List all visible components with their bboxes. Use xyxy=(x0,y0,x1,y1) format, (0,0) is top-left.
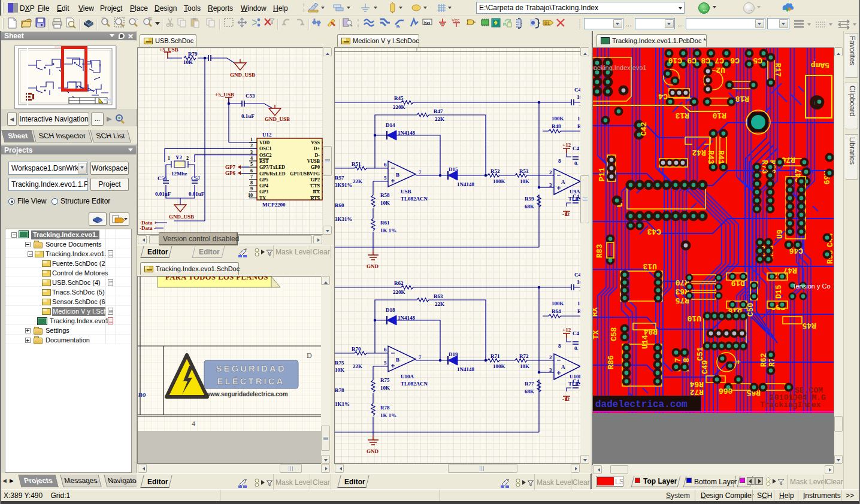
svg-text:8: 8 xyxy=(558,343,561,349)
svg-text:D19: D19 xyxy=(449,351,458,357)
svg-text:dadelectrica.com: dadelectrica.com xyxy=(595,399,688,410)
svg-text:R63: R63 xyxy=(434,293,443,299)
svg-text:-Data -: -Data - xyxy=(140,225,156,231)
svg-text:D15: D15 xyxy=(774,284,783,299)
svg-text:R17: R17 xyxy=(773,63,782,77)
svg-text:5: 5 xyxy=(384,360,387,366)
svg-text:Y2: Y2 xyxy=(175,154,182,160)
svg-text:R78: R78 xyxy=(335,387,344,393)
svg-text:R43: R43 xyxy=(706,150,715,165)
svg-text:1K 1%: 1K 1% xyxy=(380,227,396,233)
svg-text:C10: C10 xyxy=(668,56,682,65)
svg-text:2: 2 xyxy=(549,354,552,360)
svg-text:R79: R79 xyxy=(188,51,198,57)
svg-text:C42: C42 xyxy=(640,122,649,136)
svg-text:C4: C4 xyxy=(574,87,580,93)
svg-text:VSS: VSS xyxy=(311,140,320,145)
svg-text:3K31%: 3K31% xyxy=(335,216,353,222)
svg-text:GP6: GP6 xyxy=(225,170,235,176)
svg-text:7: 7 xyxy=(419,169,422,175)
svg-text:990: 990 xyxy=(719,387,733,396)
svg-text:0.01uF: 0.01uF xyxy=(155,191,171,197)
svg-text:C4: C4 xyxy=(573,193,579,199)
svg-text:R61: R61 xyxy=(380,220,390,226)
svg-text:3: 3 xyxy=(250,150,253,155)
svg-text:VUSB: VUSB xyxy=(307,159,320,164)
svg-text:0.1uF: 0.1uF xyxy=(241,113,255,119)
svg-text:C49: C49 xyxy=(701,360,710,374)
svg-text:Tension y Co: Tension y Co xyxy=(792,283,831,290)
svg-text:D1: D1 xyxy=(544,21,550,25)
svg-text:R58: R58 xyxy=(380,192,390,198)
svg-text:R70: R70 xyxy=(352,346,361,352)
svg-text:RST: RST xyxy=(259,159,269,164)
svg-text:6: 6 xyxy=(384,162,387,168)
svg-text:R45: R45 xyxy=(394,95,404,101)
svg-text:Net: Net xyxy=(424,20,431,25)
svg-text:1K 1%: 1K 1% xyxy=(380,412,396,418)
svg-text:+12: +12 xyxy=(562,142,571,148)
svg-text:1N4148: 1N4148 xyxy=(398,130,415,136)
svg-text:C50: C50 xyxy=(746,302,755,317)
svg-text:C4: C4 xyxy=(573,378,579,384)
svg-text:acking.Index.evo1: acking.Index.evo1 xyxy=(593,64,647,71)
svg-text:C53: C53 xyxy=(246,93,255,99)
svg-text:22K: 22K xyxy=(435,301,444,307)
svg-text:C4: C4 xyxy=(658,92,668,101)
svg-text:TX: TX xyxy=(259,196,266,201)
svg-text:R42: R42 xyxy=(692,148,706,157)
svg-text:RTS: RTS xyxy=(311,196,320,201)
svg-text:R60: R60 xyxy=(335,202,344,208)
svg-text:1N4148: 1N4148 xyxy=(398,315,415,321)
svg-text:22K: 22K xyxy=(353,363,362,369)
svg-text:TL082ACN: TL082ACN xyxy=(401,196,428,202)
svg-text:R86: R86 xyxy=(607,355,616,369)
svg-text:6: 6 xyxy=(384,347,387,353)
svg-text:D+: D+ xyxy=(314,146,320,151)
svg-text:7: 7 xyxy=(250,174,253,180)
svg-text:www.seguridadelectrica.com: www.seguridadelectrica.com xyxy=(205,391,288,397)
svg-text:C51: C51 xyxy=(696,347,705,361)
svg-text:R75: R75 xyxy=(335,360,344,366)
svg-text:+: + xyxy=(736,358,741,367)
svg-text:B: B xyxy=(396,172,399,178)
svg-text:100K: 100K xyxy=(493,363,505,369)
svg-text:C8: C8 xyxy=(701,56,710,65)
svg-text:R57: R57 xyxy=(335,175,344,181)
svg-text:GP0: GP0 xyxy=(311,165,320,170)
svg-text:1K1%: 1K1% xyxy=(335,401,350,407)
svg-text:GP4: GP4 xyxy=(259,183,268,189)
svg-text:A: A xyxy=(561,364,565,370)
svg-text:R75: R75 xyxy=(380,377,390,383)
svg-text:R10: R10 xyxy=(712,111,726,120)
svg-text:D-: D- xyxy=(315,153,320,158)
svg-text:12Mhz: 12Mhz xyxy=(171,171,187,177)
svg-text:4: 4 xyxy=(192,420,195,428)
svg-text:2: 2 xyxy=(186,156,189,161)
svg-text:OSC2: OSC2 xyxy=(259,153,271,158)
svg-text:R62: R62 xyxy=(394,280,404,286)
svg-text:D15: D15 xyxy=(449,166,458,172)
svg-text:P11: P11 xyxy=(598,167,607,181)
svg-text:2: 2 xyxy=(549,169,552,175)
svg-text:GP5: GP5 xyxy=(259,177,268,183)
svg-text:R53: R53 xyxy=(519,168,529,174)
svg-text:no: no xyxy=(138,390,146,399)
svg-text:C57: C57 xyxy=(191,175,201,181)
svg-text:GND_USB: GND_USB xyxy=(169,214,194,220)
svg-text:6: 6 xyxy=(250,168,253,174)
svg-text:68K: 68K xyxy=(525,204,534,210)
svg-text:GP6/RxLED: GP6/RxLED xyxy=(259,171,286,177)
svg-text:10K: 10K xyxy=(183,59,193,65)
svg-text:8: 8 xyxy=(250,180,253,186)
svg-text:1: 1 xyxy=(168,156,170,161)
svg-text:R13: R13 xyxy=(675,111,689,120)
svg-text:OSC1: OSC1 xyxy=(259,146,271,151)
svg-text:B: B xyxy=(396,357,399,363)
svg-text:3K91%: 3K91% xyxy=(335,182,353,188)
svg-text:U10: U10 xyxy=(687,314,701,323)
svg-text:10: 10 xyxy=(248,193,253,198)
svg-text:R72: R72 xyxy=(689,387,704,396)
svg-text:220K: 220K xyxy=(393,104,405,110)
svg-text:R83: R83 xyxy=(595,244,604,258)
